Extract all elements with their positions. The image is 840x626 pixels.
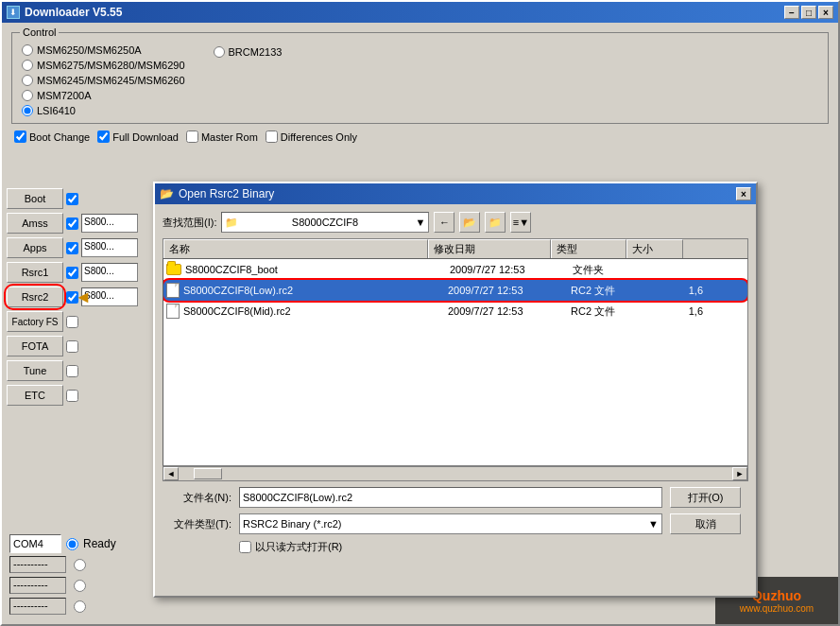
scroll-left-btn[interactable]: ◄ [163, 467, 179, 480]
scroll-thumb-h[interactable] [194, 468, 222, 479]
toolbar: Boot Change Full Download Master Rom Dif… [7, 127, 833, 147]
dialog-title-text: Open Rsrc2 Binary [179, 187, 274, 200]
radio-brcm-label: BRCM2133 [229, 46, 283, 58]
file-date-1: 2009/7/27 12:53 [448, 285, 571, 296]
file-list-header: 名称 修改日期 类型 大小 [163, 238, 748, 258]
dialog-title-left: 📂 Open Rsrc2 Binary [160, 187, 274, 200]
etc-checkbox[interactable] [66, 390, 78, 402]
panel-row-tune: Tune [7, 358, 153, 383]
differences-only-item: Differences Only [266, 130, 357, 143]
apps-value-text: S800... [84, 241, 114, 252]
row3-radio[interactable] [74, 600, 86, 613]
nav-back-button[interactable]: ← [434, 212, 454, 233]
ready-radio[interactable] [66, 538, 78, 550]
fota-button[interactable]: FOTA [7, 336, 63, 356]
sep-val-3: ---------- [13, 600, 48, 611]
col-header-size[interactable]: 大小 [626, 239, 683, 258]
boot-checkbox[interactable] [66, 193, 78, 205]
row1-radio[interactable] [74, 559, 86, 571]
nav-up-button[interactable]: 📂 [459, 212, 480, 233]
apps-checkbox[interactable] [66, 242, 78, 254]
look-in-label: 查找范围(I): [163, 216, 216, 230]
etc-button[interactable]: ETC [7, 385, 63, 406]
filetype-dropdown-arrow: ▼ [648, 518, 659, 530]
radio-row-msm6245: MSM6245/MSM6245/MSM6260 [17, 73, 190, 88]
main-content: Control MSM6250/MSM6250A MSM6275/MSM6280… [2, 23, 838, 151]
rsrc1-checkbox[interactable] [66, 267, 78, 279]
radio-msm6275-label: MSM6275/MSM6280/MSM6290 [37, 60, 185, 71]
separator-value-3: ---------- [9, 598, 66, 615]
tune-label: Tune [24, 365, 47, 376]
panel-row-etc: ETC [7, 383, 153, 408]
radio-row-msm6275: MSM6275/MSM6280/MSM6290 [17, 58, 190, 73]
factory-fs-checkbox[interactable] [66, 316, 78, 328]
amss-checkbox[interactable] [66, 217, 78, 230]
close-button[interactable]: × [818, 6, 833, 19]
new-folder-button[interactable]: 📁 [485, 212, 506, 233]
filename-label: 文件名(N): [170, 491, 231, 505]
filename-row: 文件名(N): 打开(O) [170, 487, 741, 508]
view-button[interactable]: ≡▼ [510, 212, 531, 233]
open-button[interactable]: 打开(O) [670, 487, 741, 508]
col-header-modified[interactable]: 修改日期 [428, 239, 551, 258]
file-row-1[interactable]: S8000CZCIF8(Low).rc2 2009/7/27 12:53 RC2… [163, 280, 747, 301]
radio-msm6250-label: MSM6250/MSM6250A [37, 44, 142, 56]
com-port-dropdown[interactable]: COM4 [9, 534, 61, 553]
panel-row-amss: Amss S800... [7, 211, 153, 235]
amss-button[interactable]: Amss [7, 213, 63, 234]
boot-button[interactable]: Boot [7, 188, 63, 209]
master-rom-checkbox[interactable] [186, 130, 198, 143]
file-row-0[interactable]: S8000CZCIF8_boot 2009/7/27 12:53 文件夹 [163, 259, 747, 280]
separator-row-1: ---------- [9, 554, 151, 575]
com-port-value: COM4 [13, 538, 43, 549]
radio-msm6275[interactable] [22, 60, 33, 71]
apps-label: Apps [23, 242, 46, 253]
filename-input[interactable] [239, 487, 662, 508]
look-in-dropdown[interactable]: 📁 S8000CZCIF8 ▼ [221, 212, 429, 233]
boot-change-checkbox[interactable] [14, 130, 26, 143]
radio-lsi6410[interactable] [22, 105, 33, 116]
file-list-container[interactable]: S8000CZCIF8_boot 2009/7/27 12:53 文件夹 S80… [163, 258, 748, 466]
radio-msm6245[interactable] [22, 75, 33, 86]
filetype-dropdown[interactable]: RSRC2 Binary (*.rc2) ▼ [239, 513, 662, 534]
master-rom-item: Master Rom [186, 130, 258, 143]
apps-button[interactable]: Apps [7, 237, 63, 258]
radio-left-col: MSM6250/MSM6250A MSM6275/MSM6280/MSM6290… [17, 43, 190, 118]
full-download-checkbox[interactable] [97, 130, 110, 143]
scroll-right-btn[interactable]: ► [732, 467, 747, 480]
file-date-2: 2009/7/27 12:53 [448, 305, 571, 317]
panel-row-apps: Apps S800... [7, 235, 153, 260]
radio-right-col: BRCM2133 [209, 43, 287, 118]
rsrc1-value-text: S800... [84, 266, 114, 276]
panel-row-rsrc1: Rsrc1 S800... [7, 260, 153, 285]
radio-msm6250[interactable] [22, 44, 33, 56]
fota-checkbox[interactable] [66, 340, 78, 353]
row2-radio[interactable] [74, 580, 86, 592]
apps-value: S800... [81, 238, 138, 257]
file-type-1: RC2 文件 [571, 284, 646, 298]
panel-row-boot: Boot [7, 186, 153, 211]
radio-row-msm7200: MSM7200A [17, 88, 190, 103]
col-header-name[interactable]: 名称 [163, 239, 428, 258]
differences-only-checkbox[interactable] [266, 130, 278, 143]
tune-checkbox[interactable] [66, 365, 78, 377]
separator-value-2: ---------- [9, 577, 66, 594]
file-row-1-wrapper: S8000CZCIF8(Low).rc2 2009/7/27 12:53 RC2… [163, 280, 747, 301]
dialog-content: 查找范围(I): 📁 S8000CZCIF8 ▼ ← 📂 📁 ≡▼ 名称 修改日… [155, 204, 756, 567]
amss-value-text: S800... [84, 217, 114, 227]
tune-button[interactable]: Tune [7, 360, 63, 381]
horizontal-scrollbar[interactable]: ◄ ► [163, 466, 748, 481]
radio-brcm[interactable] [214, 46, 225, 58]
maximize-button[interactable]: □ [801, 6, 816, 19]
col-header-type[interactable]: 类型 [551, 239, 626, 258]
rsrc1-button[interactable]: Rsrc1 [7, 262, 63, 283]
rsrc2-button[interactable]: Rsrc2 [7, 287, 63, 307]
dialog-close-button[interactable]: × [736, 187, 751, 200]
factory-fs-button[interactable]: Factory FS [7, 311, 63, 332]
minimize-button[interactable]: − [784, 6, 799, 19]
radio-msm7200[interactable] [22, 90, 33, 101]
cancel-button[interactable]: 取消 [670, 513, 741, 534]
file-row-2[interactable]: S8000CZCIF8(Mid).rc2 2009/7/27 12:53 RC2… [163, 301, 747, 322]
readonly-checkbox[interactable] [239, 541, 251, 553]
amss-label: Amss [22, 217, 48, 229]
